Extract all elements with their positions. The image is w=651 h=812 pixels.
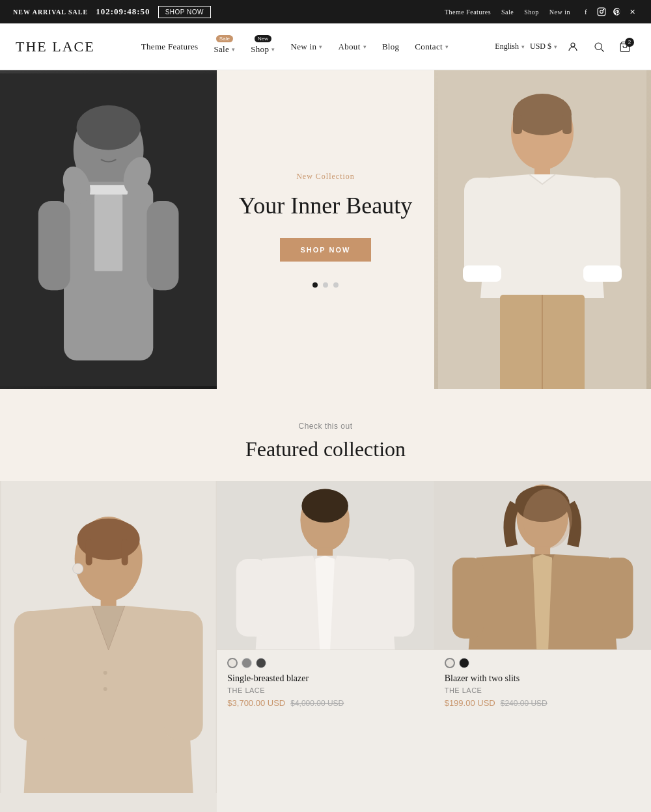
svg-rect-22	[513, 115, 522, 134]
svg-rect-45	[318, 547, 333, 557]
svg-point-40	[104, 671, 107, 675]
hero-left-image	[0, 70, 217, 389]
svg-rect-27	[463, 265, 501, 282]
featured-section-header: Check this out Featured collection	[0, 389, 651, 481]
dot-1[interactable]	[312, 282, 318, 288]
svg-rect-53	[452, 558, 484, 638]
svg-point-2	[603, 9, 604, 10]
svg-point-3	[571, 43, 575, 47]
nav-item-about[interactable]: About ▾	[332, 36, 373, 57]
chevron-down-icon: ▾	[445, 44, 449, 50]
product-colors-2	[445, 658, 641, 668]
hero-left-panel	[0, 70, 217, 389]
cart-count: 2	[625, 38, 634, 47]
nav-item-theme-features[interactable]: Theme Features	[135, 36, 205, 57]
product-price-2: $199.00 USD $240.00 USD	[445, 698, 641, 708]
x-icon[interactable]: ✕	[628, 7, 638, 17]
chevron-down-icon: ▾	[271, 46, 275, 53]
header-right: English ▾ USD $ ▾ 2	[495, 36, 635, 57]
chevron-down-icon: ▾	[363, 44, 367, 50]
color-swatch[interactable]	[227, 658, 238, 668]
dot-2[interactable]	[323, 282, 328, 288]
product-colors-1	[227, 658, 423, 668]
nav-item-blog[interactable]: Blog	[376, 36, 406, 57]
svg-point-1	[600, 10, 603, 14]
nav-label-theme-features: Theme Features	[141, 42, 199, 52]
hero-dots	[312, 282, 339, 288]
product-card-1-info: Single-breasted blazer THE LACE $3,700.0…	[217, 650, 434, 718]
svg-point-51	[523, 489, 572, 549]
hero-title: Your Inner Beauty	[239, 192, 412, 220]
color-swatch[interactable]	[445, 658, 455, 668]
countdown-timer: 102:09:48:50	[96, 7, 150, 17]
svg-rect-23	[562, 115, 572, 134]
svg-point-41	[104, 687, 107, 691]
color-swatch[interactable]	[459, 658, 469, 668]
svg-line-5	[601, 49, 603, 51]
svg-rect-35	[122, 539, 128, 565]
language-selector[interactable]: English ▾	[495, 42, 525, 51]
nav-item-shop[interactable]: New Shop ▾	[244, 34, 281, 60]
product-name-2: Blazer with two slits	[445, 673, 641, 684]
nav-label-shop: Shop	[251, 44, 269, 55]
product-brand-2: THE LACE	[445, 686, 641, 694]
svg-rect-38	[14, 611, 53, 741]
svg-rect-12	[38, 201, 70, 290]
currency-selector[interactable]: USD $ ▾	[530, 42, 557, 51]
nav-label-sale: Sale	[214, 44, 229, 55]
svg-rect-34	[86, 539, 92, 565]
chevron-down-icon: ▾	[232, 46, 235, 53]
svg-point-17	[96, 145, 102, 149]
language-label: English	[495, 42, 519, 51]
svg-rect-46	[236, 559, 268, 636]
product-card-2[interactable]: Blazer with two slits THE LACE $199.00 U…	[434, 481, 651, 718]
pinterest-icon[interactable]	[612, 7, 622, 17]
nav-item-sale[interactable]: Sale Sale ▾	[207, 34, 242, 60]
nav-item-new-in[interactable]: New in ▾	[284, 36, 329, 57]
facebook-icon[interactable]: f	[581, 7, 591, 17]
color-swatch[interactable]	[242, 658, 252, 668]
product-card-1-image	[217, 481, 434, 650]
color-swatch[interactable]	[256, 658, 266, 668]
product-brand-1: THE LACE	[227, 686, 423, 694]
cart-button[interactable]: 2	[615, 36, 635, 57]
dot-3[interactable]	[333, 282, 339, 288]
announcement-left: NEW ARRIVAL SALE 102:09:48:50 SHOP NOW	[13, 6, 211, 18]
original-price-1: $4,000.00 USD	[290, 699, 344, 708]
account-button[interactable]	[562, 36, 583, 57]
featured-label: Check this out	[0, 422, 651, 431]
nav-item-contact[interactable]: Contact ▾	[408, 36, 455, 57]
hero-section: New Collection Your Inner Beauty SHOP NO…	[0, 70, 651, 389]
svg-rect-28	[583, 265, 622, 282]
instagram-icon[interactable]	[596, 7, 607, 17]
svg-point-4	[595, 43, 602, 50]
announcement-bar: NEW ARRIVAL SALE 102:09:48:50 SHOP NOW T…	[0, 0, 651, 23]
search-button[interactable]	[589, 36, 609, 57]
announcement-link-sale[interactable]: Sale	[501, 8, 514, 16]
announcement-right: Theme Features Sale Shop New in f ✕	[445, 7, 638, 17]
currency-label: USD $	[530, 42, 551, 51]
hero-cta-button[interactable]: SHOP NOW	[280, 238, 372, 262]
nav-label-new-in: New in	[291, 42, 317, 52]
announcement-link-new-in[interactable]: New in	[549, 8, 570, 16]
product-card-1[interactable]: Single-breasted blazer THE LACE $3,700.0…	[217, 481, 434, 718]
svg-rect-10	[89, 185, 128, 195]
product-grid-container: Single-breasted blazer THE LACE $3,700.0…	[0, 481, 651, 812]
svg-point-44	[302, 489, 349, 523]
nav-label-about: About	[339, 42, 361, 52]
announcement-link-theme-features[interactable]: Theme Features	[445, 8, 491, 16]
hero-subtitle: New Collection	[296, 172, 355, 182]
announcement-link-shop[interactable]: Shop	[524, 8, 539, 16]
sale-price-1: $3,700.00 USD	[227, 698, 285, 708]
svg-point-16	[77, 105, 141, 150]
sale-price-2: $199.00 USD	[445, 698, 495, 708]
site-logo[interactable]: THE LACE	[16, 38, 95, 55]
svg-rect-0	[598, 8, 605, 16]
sale-text: NEW ARRIVAL SALE	[13, 8, 88, 16]
hero-right-panel	[434, 70, 651, 389]
product-large-card[interactable]	[0, 481, 217, 812]
announcement-shop-now-button[interactable]: SHOP NOW	[158, 6, 211, 18]
hero-right-image	[434, 70, 651, 389]
original-price-2: $240.00 USD	[501, 699, 547, 708]
product-large-image	[0, 481, 217, 793]
